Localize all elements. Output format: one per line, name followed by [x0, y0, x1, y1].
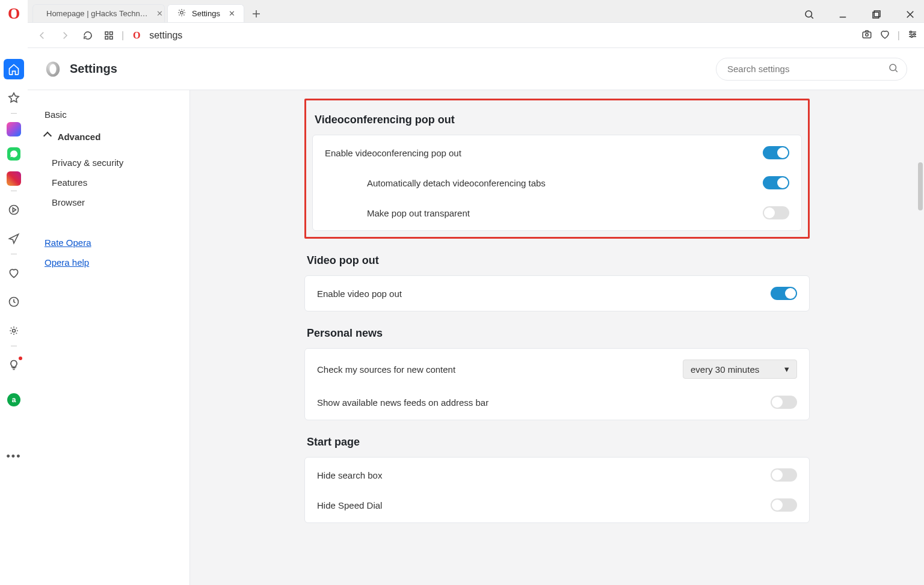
nav-item-privacy[interactable]: Privacy & security	[45, 153, 180, 173]
settings-body: Basic Advanced Privacy & security Featur…	[28, 90, 924, 585]
search-input[interactable]	[716, 58, 907, 81]
row-news-showbar: Show available news feeds on address bar	[317, 387, 797, 417]
address-bar-separator: |	[898, 30, 900, 41]
home-icon[interactable]	[4, 59, 24, 79]
rail-separator	[11, 254, 17, 254]
search-icon[interactable]	[798, 7, 821, 22]
chevron-up-icon	[43, 132, 52, 140]
address-text[interactable]: settings	[149, 30, 855, 41]
row-start-hide-search: Hide search box	[317, 460, 797, 490]
row-label: Enable video pop out	[317, 289, 771, 299]
section-personal-news: Personal news Check my sources for new c…	[304, 327, 810, 420]
svg-point-0	[10, 206, 19, 215]
new-tab-button[interactable]	[248, 5, 265, 22]
nav-item-advanced[interactable]: Advanced	[37, 126, 180, 148]
nav-item-features[interactable]: Features	[45, 173, 180, 192]
settings-header: Settings	[28, 48, 924, 90]
play-circle-icon[interactable]	[4, 200, 24, 220]
window-controls	[798, 7, 924, 22]
row-vc-enable: Enable videoconferencing pop out	[325, 138, 789, 168]
close-icon[interactable]: ✕	[229, 9, 235, 18]
svg-rect-10	[110, 36, 113, 39]
extensions-grid-icon[interactable]	[102, 29, 116, 42]
toggle-start-hide-search[interactable]	[771, 468, 797, 482]
row-vp-enable: Enable video pop out	[317, 278, 797, 308]
tab-settings[interactable]: Settings ✕	[167, 4, 244, 22]
videoconferencing-card: Enable videoconferencing pop out Automat…	[312, 135, 802, 231]
toggle-start-hide-speed[interactable]	[771, 498, 797, 512]
svg-point-3	[180, 11, 183, 14]
select-value: every 30 minutes	[691, 364, 759, 375]
tab-ghacks[interactable]: Homepage | gHacks Techn… ✕	[32, 4, 165, 22]
row-news-check: Check my sources for new content every 3…	[317, 351, 797, 387]
row-vc-transparent: Make pop out transparent	[325, 198, 789, 228]
left-icon-rail: O	[0, 0, 28, 585]
clock-icon[interactable]	[4, 292, 24, 312]
address-bar: | O settings |	[28, 23, 924, 48]
close-window-icon[interactable]	[899, 7, 922, 22]
gear-icon[interactable]	[4, 320, 24, 341]
nav-item-browser[interactable]: Browser	[45, 192, 180, 212]
rail-separator	[11, 191, 17, 191]
link-opera-help[interactable]: Opera help	[37, 257, 89, 268]
nav-item-basic[interactable]: Basic	[37, 103, 180, 126]
svg-point-14	[914, 33, 916, 35]
toggle-vp-enable[interactable]	[771, 287, 797, 300]
row-vc-auto: Automatically detach videoconferencing t…	[325, 168, 789, 198]
opera-gray-icon	[45, 61, 61, 78]
settings-search[interactable]	[716, 58, 907, 81]
bulb-icon[interactable]	[4, 355, 24, 375]
select-news-interval[interactable]: every 30 minutes ▾	[683, 360, 797, 379]
svg-point-17	[49, 64, 56, 74]
messenger-icon[interactable]	[7, 122, 21, 136]
overflow-menu-icon[interactable]: •••	[4, 446, 24, 467]
back-icon[interactable]	[34, 27, 51, 44]
search-icon	[888, 63, 899, 76]
reload-icon[interactable]	[79, 27, 96, 44]
row-label: Make pop out transparent	[325, 208, 763, 218]
tab-label: Homepage | gHacks Techn…	[46, 9, 148, 18]
page: Settings Basic	[28, 48, 924, 585]
heart-icon[interactable]	[4, 263, 24, 283]
row-label: Enable videoconferencing pop out	[325, 148, 763, 158]
row-label: Hide search box	[317, 470, 771, 480]
settings-favicon-icon	[176, 7, 187, 20]
row-label: Automatically detach videoconferencing t…	[325, 178, 763, 188]
star-icon[interactable]	[4, 88, 24, 108]
svg-point-13	[910, 31, 912, 32]
forward-icon[interactable]	[57, 27, 73, 44]
section-title: Videoconferencing pop out	[315, 114, 802, 126]
maximize-icon[interactable]	[865, 7, 888, 22]
svg-rect-7	[105, 32, 108, 35]
section-video-pop-out: Video pop out Enable video pop out	[304, 254, 810, 311]
tab-label: Settings	[192, 9, 220, 18]
chevron-down-icon: ▾	[784, 364, 789, 375]
easy-setup-icon[interactable]	[907, 29, 918, 42]
svg-point-15	[911, 35, 913, 37]
section-title: Video pop out	[307, 254, 810, 267]
settings-left-nav: Basic Advanced Privacy & security Featur…	[28, 90, 190, 585]
close-icon[interactable]: ✕	[156, 9, 163, 18]
settings-content[interactable]: Videoconferencing pop out Enable videoco…	[190, 90, 924, 585]
avatar-letter: a	[12, 396, 16, 404]
toggle-vc-auto[interactable]	[763, 176, 789, 189]
snapshot-icon[interactable]	[861, 29, 872, 42]
scrollbar-thumb[interactable]	[918, 162, 923, 210]
svg-rect-9	[105, 36, 108, 39]
avatar-badge-icon[interactable]: a	[4, 390, 24, 410]
minimize-icon[interactable]	[831, 7, 854, 22]
send-icon[interactable]	[4, 228, 24, 249]
toggle-vc-transparent[interactable]	[763, 206, 789, 219]
nav-item-label: Advanced	[58, 132, 101, 142]
svg-rect-5	[874, 11, 880, 17]
svg-rect-6	[873, 12, 879, 18]
whatsapp-icon[interactable]	[7, 147, 20, 161]
toggle-vc-enable[interactable]	[763, 146, 789, 159]
svg-rect-11	[863, 32, 871, 38]
heart-outline-icon[interactable]	[879, 29, 890, 42]
section-title: Start page	[307, 436, 810, 449]
section-title: Personal news	[307, 327, 810, 340]
instagram-icon[interactable]	[7, 171, 21, 186]
link-rate-opera[interactable]: Rate Opera	[37, 237, 91, 248]
toggle-news-showbar[interactable]	[771, 396, 797, 409]
